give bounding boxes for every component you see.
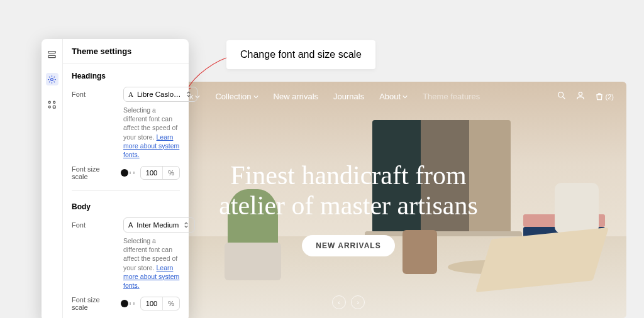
section-title-headings: Headings [72,72,180,80]
body-scale-input[interactable]: 100 % [140,297,180,310]
font-label: Font [72,221,117,229]
body-font-value: Inter Medium [136,221,179,229]
panel-title: Theme settings [63,39,189,64]
body-font-select[interactable]: A Inter Medium [123,217,195,233]
theme-settings-icon[interactable] [46,73,58,85]
hero-cta-button[interactable]: NEW ARRIVALS [302,235,394,256]
account-icon[interactable] [575,90,586,102]
font-preview-glyph-icon: A [128,90,133,98]
app-embeds-icon[interactable] [46,98,58,111]
select-chevrons-icon [182,221,190,229]
annotation-callout: Change font and size scale [226,40,375,69]
nav-link-theme-features[interactable]: Theme features [423,92,480,101]
scale-label: Font size scale [72,165,117,180]
headings-font-value: Libre Caslo… [137,90,181,98]
svg-point-0 [558,92,563,97]
section-body: Body Font A Inter Medium Selecting a dif… [63,195,189,317]
cart-icon[interactable]: (2) [594,92,614,102]
section-headings: Headings Font A Libre Caslo… Selecting a… [63,64,189,187]
svg-point-6 [53,101,55,103]
search-icon[interactable] [557,90,567,102]
svg-rect-3 [48,55,55,57]
nav-link[interactable]: About [379,92,408,101]
svg-point-1 [579,92,582,96]
svg-point-5 [48,101,50,103]
hero-pagers: ‹ › [332,295,365,309]
body-scale-slider[interactable] [122,302,135,305]
section-title-body: Body [72,202,180,211]
font-label: Font [72,90,117,98]
svg-point-7 [48,106,50,107]
pager-next[interactable]: › [351,295,365,309]
headings-font-select[interactable]: A Libre Caslo… [123,87,197,102]
svg-point-4 [51,78,53,80]
scale-label: Font size scale [72,296,117,311]
nav-link[interactable]: Collection [215,92,258,101]
select-chevrons-icon [185,90,192,98]
nav-link[interactable]: New arrivals [274,92,319,101]
headings-scale-input[interactable]: 100 % [140,166,180,180]
panel-icon-rail [42,39,63,318]
theme-settings-panel: Theme settings Headings Font A Libre Cas… [42,39,189,318]
font-preview-glyph-icon: A [128,221,133,229]
section-divider [72,190,180,191]
pager-prev[interactable]: ‹ [332,295,346,309]
svg-rect-8 [53,106,55,108]
font-hint: Selecting a different font can affect th… [72,106,180,159]
svg-rect-2 [48,51,55,53]
sections-icon[interactable] [46,48,58,60]
headings-scale-slider[interactable] [122,172,135,174]
font-hint: Selecting a different font can affect th… [72,236,180,290]
nav-link[interactable]: Journals [333,92,364,101]
